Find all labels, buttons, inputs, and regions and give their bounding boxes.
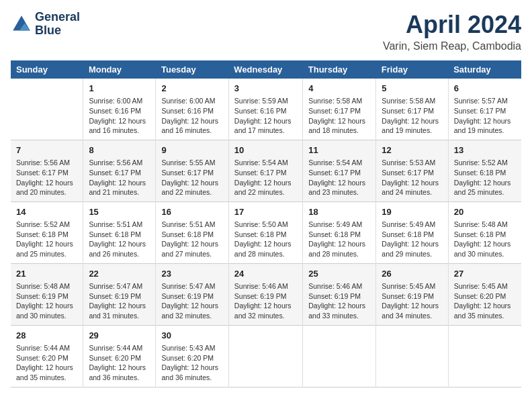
day-info: Sunrise: 5:59 AM Sunset: 6:16 PM Dayligh…	[234, 96, 297, 136]
day-number: 27	[454, 268, 516, 280]
calendar-table: SundayMondayTuesdayWednesdayThursdayFrid…	[11, 60, 521, 387]
day-cell: 4Sunrise: 5:58 AM Sunset: 6:17 PM Daylig…	[303, 79, 376, 140]
week-row-5: 28Sunrise: 5:44 AM Sunset: 6:20 PM Dayli…	[11, 325, 521, 387]
day-number: 25	[308, 268, 370, 280]
day-number: 23	[161, 268, 222, 280]
day-info: Sunrise: 5:50 AM Sunset: 6:18 PM Dayligh…	[234, 220, 297, 259]
day-number: 14	[16, 206, 77, 218]
title-block: April 2024 Varin, Siem Reap, Cambodia	[383, 11, 521, 52]
day-info: Sunrise: 5:58 AM Sunset: 6:17 PM Dayligh…	[308, 96, 370, 136]
day-number: 28	[16, 330, 77, 342]
day-number: 6	[454, 83, 516, 95]
day-info: Sunrise: 5:58 AM Sunset: 6:17 PM Dayligh…	[382, 96, 442, 136]
day-cell: 14Sunrise: 5:52 AM Sunset: 6:18 PM Dayli…	[11, 201, 83, 263]
day-number: 7	[16, 144, 77, 156]
day-cell: 30Sunrise: 5:43 AM Sunset: 6:20 PM Dayli…	[156, 325, 228, 387]
day-cell: 6Sunrise: 5:57 AM Sunset: 6:17 PM Daylig…	[448, 79, 521, 140]
page-header: General Blue April 2024 Varin, Siem Reap…	[11, 11, 521, 52]
day-number: 17	[234, 206, 297, 218]
day-cell: 28Sunrise: 5:44 AM Sunset: 6:20 PM Dayli…	[11, 325, 83, 387]
day-cell: 13Sunrise: 5:52 AM Sunset: 6:18 PM Dayli…	[448, 140, 521, 201]
day-number: 12	[382, 144, 442, 156]
day-info: Sunrise: 5:43 AM Sunset: 6:20 PM Dayligh…	[161, 343, 222, 383]
day-number: 2	[161, 83, 222, 95]
day-cell	[376, 325, 448, 387]
day-cell: 7Sunrise: 5:56 AM Sunset: 6:17 PM Daylig…	[11, 140, 83, 201]
day-cell	[11, 79, 83, 140]
week-row-2: 7Sunrise: 5:56 AM Sunset: 6:17 PM Daylig…	[11, 140, 521, 201]
day-info: Sunrise: 6:00 AM Sunset: 6:16 PM Dayligh…	[161, 96, 222, 136]
day-info: Sunrise: 6:00 AM Sunset: 6:16 PM Dayligh…	[89, 96, 150, 136]
main-title: April 2024	[383, 11, 521, 39]
day-info: Sunrise: 5:44 AM Sunset: 6:20 PM Dayligh…	[89, 343, 150, 383]
week-row-4: 21Sunrise: 5:48 AM Sunset: 6:19 PM Dayli…	[11, 263, 521, 325]
day-cell: 25Sunrise: 5:46 AM Sunset: 6:19 PM Dayli…	[303, 263, 376, 325]
day-info: Sunrise: 5:55 AM Sunset: 6:17 PM Dayligh…	[161, 158, 222, 197]
day-number: 21	[16, 268, 77, 280]
day-cell: 11Sunrise: 5:54 AM Sunset: 6:17 PM Dayli…	[303, 140, 376, 201]
day-cell: 21Sunrise: 5:48 AM Sunset: 6:19 PM Dayli…	[11, 263, 83, 325]
day-cell	[448, 325, 521, 387]
day-cell: 23Sunrise: 5:47 AM Sunset: 6:19 PM Dayli…	[156, 263, 228, 325]
day-number: 26	[382, 268, 442, 280]
day-cell: 1Sunrise: 6:00 AM Sunset: 6:16 PM Daylig…	[83, 79, 156, 140]
day-info: Sunrise: 5:45 AM Sunset: 6:20 PM Dayligh…	[454, 281, 516, 321]
day-number: 18	[308, 206, 370, 218]
logo: General Blue	[11, 11, 80, 38]
day-number: 8	[89, 144, 150, 156]
col-header-saturday: Saturday	[448, 60, 521, 79]
day-cell: 15Sunrise: 5:51 AM Sunset: 6:18 PM Dayli…	[83, 201, 156, 263]
col-header-sunday: Sunday	[11, 60, 83, 79]
day-info: Sunrise: 5:57 AM Sunset: 6:17 PM Dayligh…	[454, 96, 516, 136]
day-cell: 12Sunrise: 5:53 AM Sunset: 6:17 PM Dayli…	[376, 140, 448, 201]
day-cell: 20Sunrise: 5:48 AM Sunset: 6:18 PM Dayli…	[448, 201, 521, 263]
day-number: 22	[89, 268, 150, 280]
day-number: 15	[89, 206, 150, 218]
calendar-header-row: SundayMondayTuesdayWednesdayThursdayFrid…	[11, 60, 521, 79]
day-number: 16	[161, 206, 222, 218]
day-cell: 22Sunrise: 5:47 AM Sunset: 6:19 PM Dayli…	[83, 263, 156, 325]
day-cell: 24Sunrise: 5:46 AM Sunset: 6:19 PM Dayli…	[228, 263, 302, 325]
day-cell: 5Sunrise: 5:58 AM Sunset: 6:17 PM Daylig…	[376, 79, 448, 140]
day-cell: 17Sunrise: 5:50 AM Sunset: 6:18 PM Dayli…	[228, 201, 302, 263]
day-cell: 27Sunrise: 5:45 AM Sunset: 6:20 PM Dayli…	[448, 263, 521, 325]
day-info: Sunrise: 5:52 AM Sunset: 6:18 PM Dayligh…	[16, 220, 77, 259]
logo-icon	[11, 13, 32, 35]
week-row-1: 1Sunrise: 6:00 AM Sunset: 6:16 PM Daylig…	[11, 79, 521, 140]
day-number: 30	[161, 330, 222, 342]
subtitle: Varin, Siem Reap, Cambodia	[383, 40, 521, 52]
col-header-friday: Friday	[376, 60, 448, 79]
day-info: Sunrise: 5:52 AM Sunset: 6:18 PM Dayligh…	[454, 158, 516, 197]
day-cell	[303, 325, 376, 387]
day-info: Sunrise: 5:53 AM Sunset: 6:17 PM Dayligh…	[382, 158, 442, 197]
day-number: 29	[89, 330, 150, 342]
day-number: 3	[234, 83, 297, 95]
day-number: 13	[454, 144, 516, 156]
day-info: Sunrise: 5:45 AM Sunset: 6:19 PM Dayligh…	[382, 281, 442, 321]
logo-text: General Blue	[35, 11, 80, 38]
day-info: Sunrise: 5:51 AM Sunset: 6:18 PM Dayligh…	[89, 220, 150, 259]
day-cell: 2Sunrise: 6:00 AM Sunset: 6:16 PM Daylig…	[156, 79, 228, 140]
col-header-thursday: Thursday	[303, 60, 376, 79]
day-number: 1	[89, 83, 150, 95]
day-info: Sunrise: 5:49 AM Sunset: 6:18 PM Dayligh…	[308, 220, 370, 259]
day-cell: 3Sunrise: 5:59 AM Sunset: 6:16 PM Daylig…	[228, 79, 302, 140]
day-number: 24	[234, 268, 297, 280]
day-cell	[228, 325, 302, 387]
day-cell: 10Sunrise: 5:54 AM Sunset: 6:17 PM Dayli…	[228, 140, 302, 201]
day-info: Sunrise: 5:48 AM Sunset: 6:19 PM Dayligh…	[16, 281, 77, 321]
col-header-wednesday: Wednesday	[228, 60, 302, 79]
day-info: Sunrise: 5:54 AM Sunset: 6:17 PM Dayligh…	[308, 158, 370, 197]
day-cell: 9Sunrise: 5:55 AM Sunset: 6:17 PM Daylig…	[156, 140, 228, 201]
day-number: 5	[382, 83, 442, 95]
day-info: Sunrise: 5:56 AM Sunset: 6:17 PM Dayligh…	[16, 158, 77, 197]
day-info: Sunrise: 5:46 AM Sunset: 6:19 PM Dayligh…	[234, 281, 297, 321]
day-info: Sunrise: 5:44 AM Sunset: 6:20 PM Dayligh…	[16, 343, 77, 383]
day-info: Sunrise: 5:49 AM Sunset: 6:18 PM Dayligh…	[382, 220, 442, 259]
day-info: Sunrise: 5:48 AM Sunset: 6:18 PM Dayligh…	[454, 220, 516, 259]
day-cell: 16Sunrise: 5:51 AM Sunset: 6:18 PM Dayli…	[156, 201, 228, 263]
day-number: 10	[234, 144, 297, 156]
col-header-monday: Monday	[83, 60, 156, 79]
day-cell: 18Sunrise: 5:49 AM Sunset: 6:18 PM Dayli…	[303, 201, 376, 263]
week-row-3: 14Sunrise: 5:52 AM Sunset: 6:18 PM Dayli…	[11, 201, 521, 263]
